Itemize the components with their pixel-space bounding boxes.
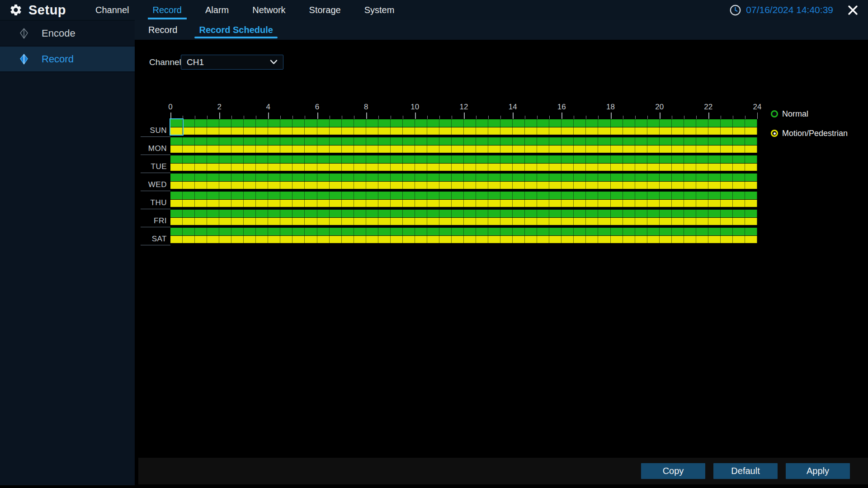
legend-label: Motion/Pedestrian	[782, 129, 848, 138]
nav-item-channel[interactable]: Channel	[90, 0, 134, 20]
hour-tick-label: 4	[266, 103, 270, 112]
schedule-day-row-tue: TUE	[170, 155, 757, 174]
day-axis-line	[141, 173, 170, 173]
top-bar: Setup ChannelRecordAlarmNetworkStorageSy…	[0, 0, 868, 20]
gear-icon	[9, 3, 23, 17]
sidebar-item-label: Encode	[42, 28, 75, 39]
page-title: Setup	[28, 3, 66, 18]
half-hour-gridlines	[170, 127, 757, 135]
schedule-day-row-wed: WED	[170, 174, 757, 192]
apply-button[interactable]: Apply	[786, 463, 850, 479]
hour-axis-ticks	[170, 113, 758, 119]
topbar-right: 07/16/2024 14:40:39	[729, 0, 868, 20]
half-hour-gridlines	[170, 200, 757, 207]
day-axis-line	[141, 245, 170, 245]
schedule-bar-sat-motion-pedestrian[interactable]	[170, 235, 757, 243]
nav-item-system[interactable]: System	[359, 0, 400, 20]
clock-icon	[729, 4, 741, 16]
half-hour-gridlines	[170, 155, 757, 163]
hour-tick-label: 18	[606, 103, 615, 112]
half-hour-gridlines	[170, 145, 757, 153]
schedule-day-row-mon: MON	[170, 137, 757, 155]
day-label: WED	[138, 181, 167, 189]
day-label: TUE	[138, 163, 167, 171]
schedule-bar-tue-normal[interactable]	[170, 155, 757, 163]
diamond-icon	[18, 28, 30, 39]
half-hour-gridlines	[170, 228, 757, 235]
nav-item-storage[interactable]: Storage	[304, 0, 346, 20]
sidebar: Encode Record	[0, 20, 135, 485]
channel-select-value: CH1	[187, 57, 270, 67]
sidebar-item-encode[interactable]: Encode	[0, 21, 135, 47]
schedule-bar-sat-normal[interactable]	[170, 228, 757, 235]
day-label: MON	[138, 145, 167, 153]
app-brand: Setup	[9, 0, 66, 20]
close-button[interactable]	[847, 4, 859, 16]
schedule-day-row-thu: THU	[170, 192, 757, 210]
day-axis-line	[141, 155, 170, 155]
legend-normal[interactable]: Normal	[771, 110, 808, 118]
half-hour-gridlines	[170, 210, 757, 217]
hour-tick-label: 20	[655, 103, 664, 112]
hour-tick-label: 10	[410, 103, 419, 112]
schedule-bar-mon-motion-pedestrian[interactable]	[170, 145, 757, 153]
schedule-bar-thu-motion-pedestrian[interactable]	[170, 199, 757, 207]
datetime-display: 07/16/2024 14:40:39	[746, 5, 833, 15]
radio-unselected-icon	[771, 110, 778, 117]
hour-tick-label: 8	[364, 103, 368, 112]
nav-item-record[interactable]: Record	[148, 0, 187, 20]
nav-item-network[interactable]: Network	[247, 0, 290, 20]
schedule-bar-fri-motion-pedestrian[interactable]	[170, 217, 757, 225]
nav-item-alarm[interactable]: Alarm	[200, 0, 234, 20]
hour-axis: 024681012141618202224	[170, 103, 758, 112]
hour-tick-label: 22	[704, 103, 712, 112]
schedule-bar-sun-normal[interactable]	[170, 119, 757, 127]
legend-motion-pedestrian[interactable]: Motion/Pedestrian	[771, 129, 848, 137]
default-button[interactable]: Default	[713, 463, 778, 479]
diamond-icon	[18, 53, 30, 65]
day-axis-line	[141, 209, 170, 209]
day-label: THU	[138, 199, 167, 207]
legend: NormalMotion/Pedestrian	[771, 110, 866, 141]
half-hour-gridlines	[170, 218, 757, 225]
chevron-down-icon	[270, 60, 278, 65]
tab-record[interactable]: Record	[144, 20, 182, 40]
half-hour-gridlines	[170, 164, 757, 171]
day-label: SAT	[138, 235, 167, 243]
half-hour-gridlines	[170, 182, 757, 189]
day-axis-line	[141, 191, 170, 191]
schedule-bar-fri-normal[interactable]	[170, 210, 757, 217]
schedule-bar-wed-normal[interactable]	[170, 174, 757, 181]
schedule-grid: 024681012141618202224 SUNMONTUEWEDTHUFRI…	[170, 103, 758, 252]
sidebar-item-record[interactable]: Record	[0, 47, 135, 72]
day-axis-line	[141, 136, 170, 137]
day-label: SUN	[138, 127, 167, 135]
hour-tick-label: 24	[753, 103, 762, 112]
schedule-bar-mon-normal[interactable]	[170, 137, 757, 145]
channel-select[interactable]: CH1	[181, 55, 283, 70]
schedule-day-row-sat: SAT	[170, 228, 757, 246]
half-hour-gridlines	[170, 137, 757, 145]
radio-dot	[774, 132, 776, 135]
schedule-bar-sun-motion-pedestrian[interactable]	[170, 127, 757, 135]
schedule-bar-wed-motion-pedestrian[interactable]	[170, 181, 757, 189]
hour-tick-label: 0	[168, 103, 172, 112]
day-label: FRI	[138, 217, 167, 225]
hour-tick-label: 2	[217, 103, 221, 112]
hour-tick-label: 14	[509, 103, 517, 112]
half-hour-gridlines	[170, 236, 757, 243]
main-nav: ChannelRecordAlarmNetworkStorageSystem	[90, 0, 399, 20]
record-schedule-screen: { "header": { "title": "Setup", "nav": […	[0, 0, 868, 488]
hour-tick-label: 16	[557, 103, 566, 112]
schedule-bar-thu-normal[interactable]	[170, 192, 757, 199]
half-hour-gridlines	[170, 174, 757, 181]
tab-record-schedule[interactable]: Record Schedule	[194, 20, 277, 40]
radio-selected-icon	[771, 130, 778, 137]
tab-bar: RecordRecord Schedule	[135, 20, 868, 40]
hour-tick-label: 6	[315, 103, 319, 112]
schedule-day-row-sun: SUN	[170, 119, 757, 137]
copy-button[interactable]: Copy	[641, 463, 705, 479]
sidebar-item-label: Record	[42, 53, 74, 65]
half-hour-gridlines	[170, 192, 757, 199]
schedule-bar-tue-motion-pedestrian[interactable]	[170, 163, 757, 171]
